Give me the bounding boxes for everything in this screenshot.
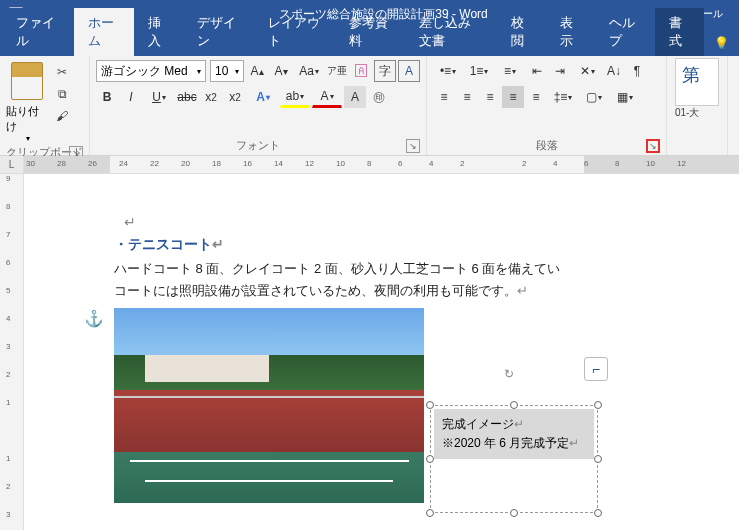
- resize-handle[interactable]: [594, 455, 602, 463]
- vruler-tick: 7: [0, 230, 23, 239]
- format-painter-icon[interactable]: 🖌: [52, 106, 72, 126]
- hruler-tick: 28: [57, 159, 66, 168]
- paragraph-launcher[interactable]: ↘: [646, 139, 660, 153]
- tab-file[interactable]: ファイル: [0, 8, 74, 56]
- bullets-icon[interactable]: •≡▾: [433, 60, 463, 82]
- font-group-label: フォント: [236, 139, 280, 151]
- increase-indent-icon[interactable]: ⇥: [549, 60, 571, 82]
- resize-handle[interactable]: [594, 401, 602, 409]
- strikethrough-icon[interactable]: abc: [176, 86, 198, 108]
- anchor-icon[interactable]: ⚓: [84, 309, 104, 328]
- change-case-icon[interactable]: Aa▾: [294, 60, 324, 82]
- tab-format[interactable]: 書式: [655, 8, 704, 56]
- font-color-icon[interactable]: A▾: [312, 86, 342, 108]
- horizontal-ruler[interactable]: 3028262422201816141210864224681012: [24, 156, 739, 174]
- hruler-tick: 4: [429, 159, 433, 168]
- tab-references[interactable]: 参考資料: [335, 8, 405, 56]
- multilevel-list-icon[interactable]: ≡▾: [495, 60, 525, 82]
- vruler-tick: 5: [0, 286, 23, 295]
- paste-button[interactable]: 貼り付け ▾: [6, 58, 48, 143]
- distribute-icon[interactable]: ≡: [525, 86, 547, 108]
- doc-body-line2: コートには照明設備が設置されているため、夜間の利用も可能です。: [114, 283, 517, 298]
- resize-handle[interactable]: [426, 455, 434, 463]
- underline-icon[interactable]: U▾: [144, 86, 174, 108]
- tab-view[interactable]: 表示: [546, 8, 595, 56]
- tab-design[interactable]: デザイン: [183, 8, 253, 56]
- hruler-tick: 10: [336, 159, 345, 168]
- vruler-tick: 2: [0, 482, 23, 491]
- tab-home[interactable]: ホーム: [74, 8, 134, 56]
- grow-font-icon[interactable]: A▴: [246, 60, 268, 82]
- bold-icon[interactable]: B: [96, 86, 118, 108]
- enclose-icon[interactable]: ㊞: [368, 86, 390, 108]
- vruler-tick: 6: [0, 258, 23, 267]
- style-item-1[interactable]: 第: [675, 58, 719, 106]
- vruler-tick: 3: [0, 342, 23, 351]
- doc-heading: ・テニスコート: [114, 236, 212, 252]
- tab-review[interactable]: 校閲: [497, 8, 546, 56]
- borders-icon[interactable]: ▦▾: [610, 86, 640, 108]
- character-shading-icon[interactable]: A: [344, 86, 366, 108]
- show-marks-icon[interactable]: ¶: [626, 60, 648, 82]
- hruler-tick: 14: [274, 159, 283, 168]
- paragraph-mark: ↵: [124, 214, 136, 230]
- character-border-icon[interactable]: A: [398, 60, 420, 82]
- tab-layout[interactable]: レイアウト: [254, 8, 335, 56]
- hruler-tick: 30: [26, 159, 35, 168]
- vertical-ruler[interactable]: 987654321123: [0, 174, 23, 530]
- vruler-tick: 2: [0, 370, 23, 379]
- align-center-icon[interactable]: ≡: [456, 86, 478, 108]
- text-effects-icon[interactable]: A▾: [248, 86, 278, 108]
- hruler-tick: 2: [460, 159, 464, 168]
- numbering-icon[interactable]: 1≡▾: [464, 60, 494, 82]
- vruler-tick: 8: [0, 202, 23, 211]
- resize-handle[interactable]: [426, 509, 434, 517]
- font-size-select[interactable]: 10▾: [210, 60, 244, 82]
- font-launcher[interactable]: ↘: [406, 139, 420, 153]
- clipboard-icon: [11, 62, 43, 100]
- superscript-icon[interactable]: x2: [224, 86, 246, 108]
- copy-icon[interactable]: ⧉: [52, 84, 72, 104]
- doc-body-line1: ハードコート 8 面、クレイコート 2 面、砂入り人工芝コート 6 面を備えてい: [114, 258, 739, 280]
- rotate-handle-icon[interactable]: ↻: [504, 367, 524, 387]
- phonetic-guide-icon[interactable]: ア亜: [326, 60, 348, 82]
- textbox-line1: 完成イメージ: [442, 417, 514, 431]
- clear-formatting-icon[interactable]: 🄰: [350, 60, 372, 82]
- vruler-tick: 4: [0, 314, 23, 323]
- tab-mailmerge[interactable]: 差し込み文書: [405, 8, 497, 56]
- textbox-selected[interactable]: ⌐ ↻ 完成イメージ↵ ※2020 年 6 月完成予定↵: [434, 409, 594, 509]
- shading-icon[interactable]: ▢▾: [579, 86, 609, 108]
- justify-icon[interactable]: ≡: [502, 86, 524, 108]
- sort-icon[interactable]: A↓: [603, 60, 625, 82]
- tab-insert[interactable]: 挿入: [134, 8, 183, 56]
- enclose-characters-icon[interactable]: 字: [374, 60, 396, 82]
- cut-icon[interactable]: ✂: [52, 62, 72, 82]
- ruler-corner[interactable]: L: [0, 156, 23, 174]
- resize-handle[interactable]: [426, 401, 434, 409]
- highlight-icon[interactable]: ab▾: [280, 86, 310, 108]
- hruler-tick: 24: [119, 159, 128, 168]
- shrink-font-icon[interactable]: A▾: [270, 60, 292, 82]
- hruler-tick: 2: [522, 159, 526, 168]
- asian-layout-icon[interactable]: ✕▾: [572, 60, 602, 82]
- align-right-icon[interactable]: ≡: [479, 86, 501, 108]
- vruler-tick: 3: [0, 510, 23, 519]
- resize-handle[interactable]: [594, 509, 602, 517]
- resize-handle[interactable]: [510, 509, 518, 517]
- decrease-indent-icon[interactable]: ⇤: [526, 60, 548, 82]
- tell-me-icon[interactable]: 💡: [704, 30, 739, 56]
- hruler-tick: 12: [677, 159, 686, 168]
- hruler-tick: 12: [305, 159, 314, 168]
- subscript-icon[interactable]: x2: [200, 86, 222, 108]
- font-name-select[interactable]: 游ゴシック Med▾: [96, 60, 206, 82]
- resize-handle[interactable]: [510, 401, 518, 409]
- line-spacing-icon[interactable]: ‡≡▾: [548, 86, 578, 108]
- hruler-tick: 6: [398, 159, 402, 168]
- hruler-tick: 8: [615, 159, 619, 168]
- tennis-court-photo[interactable]: [114, 308, 424, 503]
- layout-options-icon[interactable]: ⌐: [584, 357, 608, 381]
- hruler-tick: 20: [181, 159, 190, 168]
- tab-help[interactable]: ヘルプ: [595, 8, 655, 56]
- italic-icon[interactable]: I: [120, 86, 142, 108]
- align-left-icon[interactable]: ≡: [433, 86, 455, 108]
